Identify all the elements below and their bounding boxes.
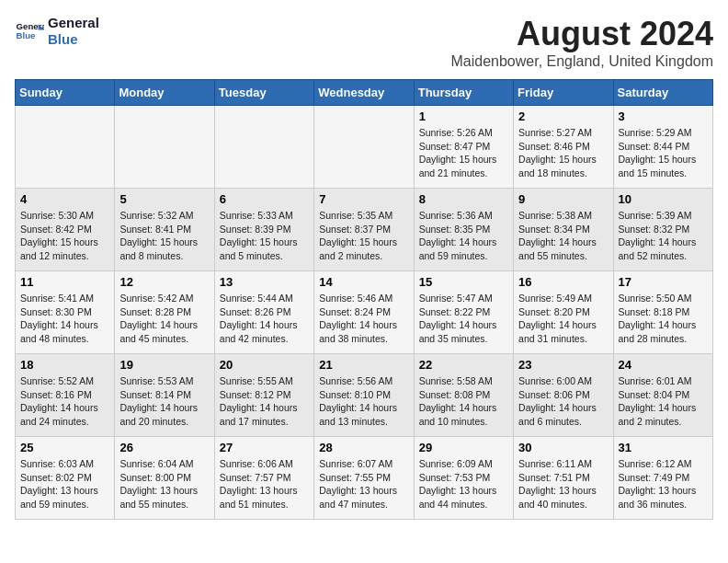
day-number: 5 (119, 192, 209, 206)
day-info: Sunrise: 5:55 AM Sunset: 8:12 PM Dayligh… (220, 374, 309, 429)
cell-w3-d4: 14Sunrise: 5:46 AM Sunset: 8:24 PM Dayli… (314, 271, 414, 354)
day-number: 9 (518, 192, 608, 206)
cell-w3-d3: 13Sunrise: 5:44 AM Sunset: 8:26 PM Dayli… (214, 271, 313, 354)
day-info: Sunrise: 5:35 AM Sunset: 8:37 PM Dayligh… (319, 209, 408, 263)
day-info: Sunrise: 5:36 AM Sunset: 8:35 PM Dayligh… (419, 209, 508, 263)
day-number: 3 (619, 109, 708, 123)
cell-w2-d6: 9Sunrise: 5:38 AM Sunset: 8:34 PM Daylig… (514, 189, 613, 271)
cell-w1-d4 (314, 106, 414, 189)
cell-w5-d7: 31Sunrise: 6:12 AM Sunset: 7:49 PM Dayli… (613, 437, 712, 520)
cell-w1-d2 (115, 106, 214, 189)
col-saturday: Saturday (613, 80, 712, 106)
day-info: Sunrise: 5:53 AM Sunset: 8:14 PM Dayligh… (119, 374, 209, 429)
day-number: 22 (419, 358, 508, 372)
day-info: Sunrise: 5:39 AM Sunset: 8:32 PM Dayligh… (619, 209, 708, 263)
day-info: Sunrise: 5:26 AM Sunset: 8:47 PM Dayligh… (419, 126, 508, 180)
day-number: 7 (319, 192, 408, 206)
day-number: 13 (220, 275, 309, 289)
day-number: 2 (518, 109, 608, 123)
day-number: 29 (419, 441, 508, 454)
title-block: August 2024 Maidenbower, England, United… (450, 15, 713, 70)
day-info: Sunrise: 6:04 AM Sunset: 8:00 PM Dayligh… (119, 457, 209, 511)
day-number: 8 (419, 192, 508, 206)
day-info: Sunrise: 5:30 AM Sunset: 8:42 PM Dayligh… (20, 209, 109, 263)
cell-w4-d6: 23Sunrise: 6:00 AM Sunset: 8:06 PM Dayli… (514, 354, 613, 437)
day-info: Sunrise: 5:50 AM Sunset: 8:18 PM Dayligh… (619, 292, 708, 346)
day-number: 11 (20, 275, 109, 289)
month-year: August 2024 (450, 15, 713, 53)
cell-w2-d3: 6Sunrise: 5:33 AM Sunset: 8:39 PM Daylig… (214, 189, 313, 271)
day-info: Sunrise: 5:29 AM Sunset: 8:44 PM Dayligh… (619, 126, 708, 180)
day-info: Sunrise: 5:32 AM Sunset: 8:41 PM Dayligh… (119, 209, 209, 263)
cell-w5-d1: 25Sunrise: 6:03 AM Sunset: 8:02 PM Dayli… (16, 437, 115, 520)
cell-w2-d4: 7Sunrise: 5:35 AM Sunset: 8:37 PM Daylig… (314, 189, 414, 271)
logo-general: General (48, 15, 99, 31)
col-thursday: Thursday (414, 80, 513, 106)
day-info: Sunrise: 6:11 AM Sunset: 7:51 PM Dayligh… (518, 457, 608, 511)
day-info: Sunrise: 6:03 AM Sunset: 8:02 PM Dayligh… (20, 457, 109, 511)
day-info: Sunrise: 5:58 AM Sunset: 8:08 PM Dayligh… (419, 374, 508, 429)
day-info: Sunrise: 5:46 AM Sunset: 8:24 PM Dayligh… (319, 292, 408, 346)
day-info: Sunrise: 5:52 AM Sunset: 8:16 PM Dayligh… (20, 374, 109, 429)
cell-w4-d3: 20Sunrise: 5:55 AM Sunset: 8:12 PM Dayli… (214, 354, 313, 437)
calendar-body: 1Sunrise: 5:26 AM Sunset: 8:47 PM Daylig… (16, 106, 713, 520)
cell-w3-d1: 11Sunrise: 5:41 AM Sunset: 8:30 PM Dayli… (16, 271, 115, 354)
day-number: 14 (319, 275, 408, 289)
cell-w2-d2: 5Sunrise: 5:32 AM Sunset: 8:41 PM Daylig… (115, 189, 214, 271)
cell-w4-d4: 21Sunrise: 5:56 AM Sunset: 8:10 PM Dayli… (314, 354, 414, 437)
cell-w1-d1 (16, 106, 115, 189)
day-info: Sunrise: 6:07 AM Sunset: 7:55 PM Dayligh… (319, 457, 408, 511)
day-number: 24 (619, 358, 708, 372)
day-info: Sunrise: 5:44 AM Sunset: 8:26 PM Dayligh… (220, 292, 309, 346)
day-info: Sunrise: 6:00 AM Sunset: 8:06 PM Dayligh… (518, 374, 608, 429)
col-tuesday: Tuesday (214, 80, 313, 106)
cell-w1-d6: 2Sunrise: 5:27 AM Sunset: 8:46 PM Daylig… (514, 106, 613, 189)
cell-w4-d1: 18Sunrise: 5:52 AM Sunset: 8:16 PM Dayli… (16, 354, 115, 437)
day-number: 25 (20, 441, 109, 454)
day-number: 1 (419, 109, 508, 123)
page-header: General Blue General Blue August 2024 Ma… (15, 15, 713, 70)
day-info: Sunrise: 6:12 AM Sunset: 7:49 PM Dayligh… (619, 457, 708, 511)
day-info: Sunrise: 6:09 AM Sunset: 7:53 PM Dayligh… (419, 457, 508, 511)
cell-w2-d7: 10Sunrise: 5:39 AM Sunset: 8:32 PM Dayli… (613, 189, 712, 271)
day-info: Sunrise: 5:42 AM Sunset: 8:28 PM Dayligh… (119, 292, 209, 346)
logo-icon: General Blue (15, 17, 44, 46)
day-number: 10 (619, 192, 708, 206)
header-row: Sunday Monday Tuesday Wednesday Thursday… (16, 80, 713, 106)
day-number: 26 (119, 441, 209, 454)
day-number: 31 (619, 441, 708, 454)
day-number: 15 (419, 275, 508, 289)
day-number: 6 (220, 192, 309, 206)
cell-w3-d5: 15Sunrise: 5:47 AM Sunset: 8:22 PM Dayli… (414, 271, 513, 354)
day-number: 4 (20, 192, 109, 206)
cell-w1-d5: 1Sunrise: 5:26 AM Sunset: 8:47 PM Daylig… (414, 106, 513, 189)
day-number: 19 (119, 358, 209, 372)
day-number: 12 (119, 275, 209, 289)
day-info: Sunrise: 5:38 AM Sunset: 8:34 PM Dayligh… (518, 209, 608, 263)
location: Maidenbower, England, United Kingdom (450, 53, 713, 70)
day-info: Sunrise: 5:47 AM Sunset: 8:22 PM Dayligh… (419, 292, 508, 346)
day-info: Sunrise: 5:33 AM Sunset: 8:39 PM Dayligh… (220, 209, 309, 263)
week-row-4: 18Sunrise: 5:52 AM Sunset: 8:16 PM Dayli… (16, 354, 713, 437)
cell-w3-d6: 16Sunrise: 5:49 AM Sunset: 8:20 PM Dayli… (514, 271, 613, 354)
week-row-2: 4Sunrise: 5:30 AM Sunset: 8:42 PM Daylig… (16, 189, 713, 271)
calendar-table: Sunday Monday Tuesday Wednesday Thursday… (15, 79, 713, 520)
logo-blue: Blue (48, 31, 99, 48)
col-friday: Friday (514, 80, 613, 106)
cell-w2-d1: 4Sunrise: 5:30 AM Sunset: 8:42 PM Daylig… (16, 189, 115, 271)
cell-w1-d7: 3Sunrise: 5:29 AM Sunset: 8:44 PM Daylig… (613, 106, 712, 189)
day-number: 30 (518, 441, 608, 454)
cell-w4-d7: 24Sunrise: 6:01 AM Sunset: 8:04 PM Dayli… (613, 354, 712, 437)
cell-w5-d6: 30Sunrise: 6:11 AM Sunset: 7:51 PM Dayli… (514, 437, 613, 520)
day-info: Sunrise: 5:49 AM Sunset: 8:20 PM Dayligh… (518, 292, 608, 346)
cell-w2-d5: 8Sunrise: 5:36 AM Sunset: 8:35 PM Daylig… (414, 189, 513, 271)
day-info: Sunrise: 5:56 AM Sunset: 8:10 PM Dayligh… (319, 374, 408, 429)
week-row-3: 11Sunrise: 5:41 AM Sunset: 8:30 PM Dayli… (16, 271, 713, 354)
logo: General Blue General Blue (15, 15, 99, 48)
day-number: 28 (319, 441, 408, 454)
cell-w5-d5: 29Sunrise: 6:09 AM Sunset: 7:53 PM Dayli… (414, 437, 513, 520)
week-row-5: 25Sunrise: 6:03 AM Sunset: 8:02 PM Dayli… (16, 437, 713, 520)
day-number: 23 (518, 358, 608, 372)
col-wednesday: Wednesday (314, 80, 414, 106)
svg-text:Blue: Blue (17, 30, 36, 40)
